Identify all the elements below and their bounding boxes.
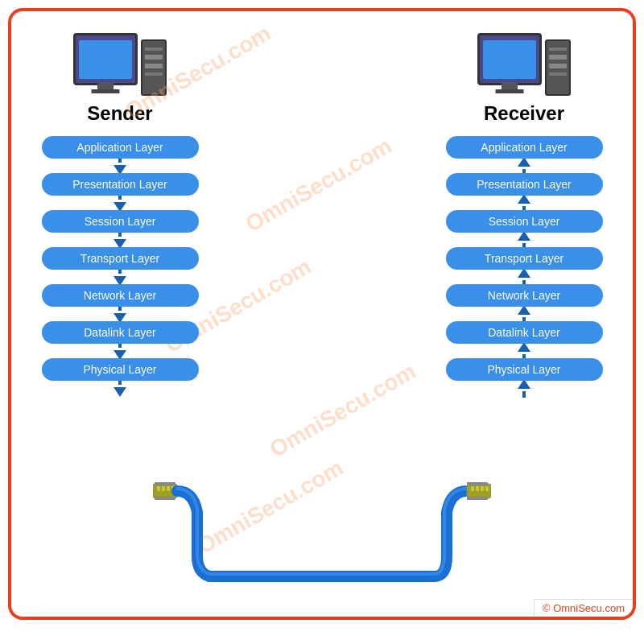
footer-bar: © OmniSecu.com (534, 599, 633, 617)
sender-monitor (73, 33, 138, 85)
svg-rect-1 (157, 486, 160, 491)
svg-rect-12 (467, 482, 488, 485)
receiver-monitor-screen (483, 40, 536, 79)
sender-monitor-base (92, 89, 120, 93)
receiver-computer-icon (476, 23, 572, 96)
sender-layer-physical: Physical Layer (42, 358, 199, 381)
sender-layer-session: Session Layer (42, 210, 199, 233)
receiver-layer-session: Session Layer (446, 210, 603, 233)
sender-monitor-screen (79, 40, 132, 79)
sender-layer-network: Network Layer (42, 284, 199, 307)
sender-tower-disk-1 (145, 55, 163, 60)
receiver-monitor-base (496, 89, 524, 93)
sender-arrow-7 (114, 381, 126, 395)
receiver-arrow-5 (518, 307, 530, 321)
receiver-arrow-6 (518, 344, 530, 358)
sender-arrow-1 (114, 159, 126, 173)
receiver-layer-physical: Physical Layer (446, 358, 603, 381)
sender-layer-application: Application Layer (42, 136, 199, 159)
receiver-layer-datalink: Datalink Layer (446, 321, 603, 344)
sender-arrow-4 (114, 270, 126, 284)
svg-rect-11 (485, 486, 489, 491)
svg-rect-8 (471, 486, 474, 491)
receiver-title: Receiver (484, 102, 564, 125)
receiver-arrow-1 (518, 159, 530, 173)
main-container: OmniSecu.com OmniSecu.com OmniSecu.com O… (8, 8, 636, 620)
footer-copyright: © (543, 602, 553, 614)
sender-tower-stripe-2 (145, 72, 163, 76)
receiver-arrow-3 (518, 233, 530, 247)
network-cable-svg (153, 476, 491, 588)
receiver-layer-transport: Transport Layer (446, 247, 603, 270)
receiver-tower-disk-2 (549, 64, 567, 68)
sender-layer-datalink: Datalink Layer (42, 321, 199, 344)
svg-rect-5 (155, 482, 175, 485)
sender-layers: Application Layer Presentation Layer Ses… (31, 136, 208, 395)
sender-arrow-5 (114, 307, 126, 321)
svg-rect-9 (476, 486, 479, 491)
sender-monitor-stand (97, 83, 114, 89)
receiver-layer-network: Network Layer (446, 284, 603, 307)
receiver-monitor-stand (502, 83, 518, 89)
receiver-layer-presentation: Presentation Layer (446, 173, 603, 196)
receiver-arrow-4 (518, 270, 530, 284)
receiver-monitor (477, 33, 542, 85)
sender-layer-presentation: Presentation Layer (42, 173, 199, 196)
sender-tower-stripe-1 (145, 47, 163, 51)
sender-computer-icon (72, 23, 168, 96)
sender-layer-transport: Transport Layer (42, 247, 199, 270)
receiver-layers: Application Layer Presentation Layer Ses… (436, 136, 613, 395)
svg-rect-13 (467, 497, 488, 500)
sender-arrow-2 (114, 196, 126, 210)
svg-rect-2 (162, 486, 165, 491)
receiver-tower-stripe-2 (549, 72, 567, 76)
sender-tower (141, 39, 167, 96)
sender-tower-disk-2 (145, 64, 163, 68)
sender-arrow-3 (114, 233, 126, 247)
sender-title: Sender (87, 102, 152, 125)
svg-rect-3 (167, 486, 170, 491)
receiver-arrow-7 (518, 381, 530, 395)
sender-arrow-6 (114, 344, 126, 358)
receiver-tower-stripe-1 (549, 47, 567, 51)
receiver-tower (545, 39, 571, 96)
footer-site: OmniSecu.com (553, 602, 625, 614)
receiver-arrow-2 (518, 196, 530, 210)
receiver-tower-disk-1 (549, 55, 567, 60)
receiver-layer-application: Application Layer (446, 136, 603, 159)
svg-rect-6 (155, 497, 175, 500)
svg-rect-10 (481, 486, 484, 491)
